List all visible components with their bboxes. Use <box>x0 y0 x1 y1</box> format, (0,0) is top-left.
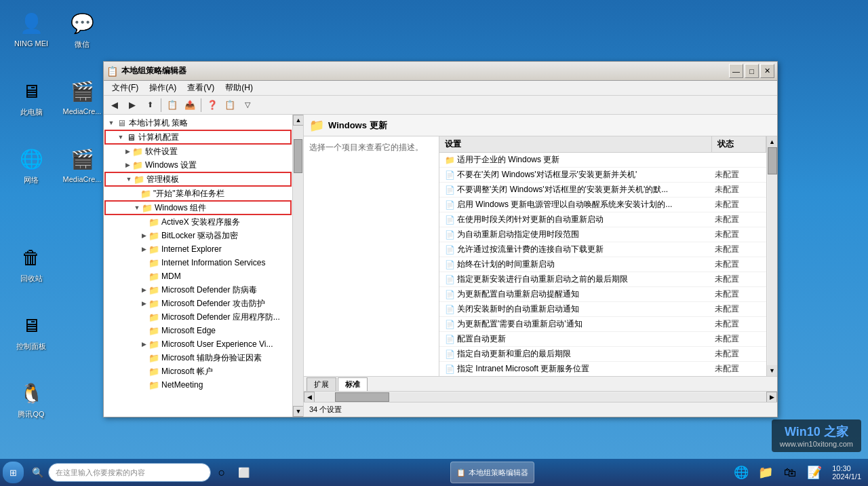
tab-expand[interactable]: 扩展 <box>307 377 336 391</box>
network-icon: 🌐 <box>18 145 45 172</box>
desktop-icon-control[interactable]: 🖥 控制面板 <box>7 309 56 354</box>
tree-ie[interactable]: ▶ 📁 Internet Explorer <box>104 242 292 256</box>
forward-button[interactable]: ▶ <box>124 98 140 113</box>
tree-defender1[interactable]: ▶ 📁 Microsoft Defender 防病毒 <box>104 283 292 297</box>
ningmei-icon: 👤 <box>18 10 45 37</box>
row3-icon: 📄 <box>445 200 454 210</box>
settings-row-4[interactable]: 📄 在使用时段关闭针对更新的自动重新启动 未配置 <box>439 212 766 227</box>
tree-scroll-thumb <box>294 139 302 173</box>
maximize-button[interactable]: □ <box>745 64 759 78</box>
wincomp-highlight: ▼ 📁 Windows 组件 <box>105 201 291 214</box>
h-scrollbar[interactable]: ◀ ▶ <box>304 391 777 402</box>
settings-row-1[interactable]: 📄 不要在'关闭 Windows'对话框显示'安装更新并关机' 未配置 <box>439 168 766 183</box>
scroll-up-arrow[interactable]: ▲ <box>767 136 778 147</box>
desktop-icon-mycomputer[interactable]: 🖥 此电脑 <box>7 75 56 120</box>
desktop-icon-qq[interactable]: 🐧 腾讯QQ <box>7 377 56 422</box>
tree-mdm[interactable]: 📁 MDM <box>104 269 292 283</box>
tree-fuyin[interactable]: 📁 Microsoft 辅助身份验证因素 <box>104 351 292 364</box>
status-text: 34 个设置 <box>309 405 342 415</box>
tree-scrollbar[interactable]: ▲ ▼ <box>292 115 303 417</box>
notes-icon[interactable]: 📝 <box>804 462 825 483</box>
help-btn[interactable]: ❓ <box>204 98 220 113</box>
ie-expand: ▶ <box>139 244 149 254</box>
tree-container[interactable]: ▼ 🖥 本地计算机 策略 ▼ 🖥 计算机配置 ▶ <box>104 115 292 417</box>
tree-iis[interactable]: 📁 Internet Information Services <box>104 256 292 269</box>
taskbar-search-icon[interactable]: 🔍 <box>26 462 48 483</box>
tree-msuser[interactable]: ▶ 📁 Microsoft User Experience Vi... <box>104 337 292 351</box>
settings-row-6[interactable]: 📄 允许通过按流量计费的连接自动下载更新 未配置 <box>439 242 766 257</box>
taskbar-editor-btn[interactable]: 📋 本地组策略编辑器 <box>450 462 534 483</box>
settings-row-2[interactable]: 📄 不要调整'关闭 Windows'对话框里的'安装更新并关机'的默... 未配… <box>439 183 766 198</box>
network-label: 网络 <box>24 175 39 185</box>
minimize-button[interactable]: — <box>729 64 743 78</box>
tree-bitlocker[interactable]: ▶ 📁 BitLocker 驱动器加密 <box>104 229 292 242</box>
store-icon[interactable]: 🛍 <box>779 462 801 483</box>
tree-wincomp[interactable]: ▼ 📁 Windows 组件 <box>105 201 291 214</box>
menu-action[interactable]: 操作(A) <box>144 81 182 95</box>
menu-help[interactable]: 帮助(H) <box>220 81 258 95</box>
tree-winset[interactable]: ▶ 📁 Windows 设置 <box>104 158 292 172</box>
close-button[interactable]: ✕ <box>760 64 774 78</box>
tree-kaishi[interactable]: 📁 "开始"菜单和任务栏 <box>104 187 292 200</box>
settings-name-11: 📄 为更新配置'需要自动重新启动'通知 <box>439 318 712 330</box>
view1-btn[interactable]: 📋 <box>222 98 238 113</box>
settings-name-8: 📄 指定更新安装进行自动重新启动之前的最后期限 <box>439 274 712 285</box>
tree-scroll-up[interactable]: ▲ <box>293 115 304 126</box>
explorer-icon[interactable]: 📁 <box>755 462 776 483</box>
desktop-icon-media1[interactable]: 🎬 MediaCre... <box>58 75 106 118</box>
settings-row-5[interactable]: 📄 为自动重新启动指定使用时段范围 未配置 <box>439 227 766 242</box>
scroll-down-arrow[interactable]: ▼ <box>767 365 778 376</box>
export-btn[interactable]: 📤 <box>182 98 198 113</box>
start-button[interactable]: ⊞ <box>3 462 24 483</box>
desktop-icon-ningmei[interactable]: 👤 NING MEI <box>7 7 56 50</box>
toolbar: ◀ ▶ ⬆ 📋 📤 ❓ 📋 ▽ <box>104 96 777 115</box>
tree-jisuanji[interactable]: ▼ 🖥 计算机配置 <box>105 130 291 144</box>
settings-row-14[interactable]: 📄 指定 Intranet Microsoft 更新服务位置 未配置 <box>439 362 766 376</box>
fuyin-icon: 📁 <box>149 352 159 363</box>
settings-row-13[interactable]: 📄 指定自动更新和重启的最后期限 未配置 <box>439 347 766 362</box>
settings-row-8[interactable]: 📄 指定更新安装进行自动重新启动之前的最后期限 未配置 <box>439 272 766 287</box>
settings-row-3[interactable]: 📄 启用 Windows 更新电源管理以自动唤醒系统来安装计划的... 未配置 <box>439 198 766 212</box>
scroll-thumb <box>768 147 777 174</box>
h-scroll-left[interactable]: ◀ <box>304 392 315 403</box>
show-hide-btn[interactable]: 📋 <box>164 98 180 113</box>
tree-activex[interactable]: 📁 ActiveX 安装程序服务 <box>104 215 292 229</box>
tree-defender2[interactable]: ▶ 📁 Microsoft Defender 攻击防护 <box>104 297 292 310</box>
tree-root[interactable]: ▼ 🖥 本地计算机 策略 <box>104 116 292 130</box>
desktop-icon-recycle[interactable]: 🗑 回收站 <box>7 241 56 286</box>
taskbar-cortana-icon[interactable]: ○ <box>211 462 233 483</box>
filter-btn[interactable]: ▽ <box>239 98 256 113</box>
tree-defender3[interactable]: 📁 Microsoft Defender 应用程序防... <box>104 310 292 324</box>
back-button[interactable]: ◀ <box>106 98 123 113</box>
desktop-icon-network[interactable]: 🌐 网络 <box>7 143 56 188</box>
settings-row-0[interactable]: 📁 适用于企业的 Windows 更新 <box>439 153 766 168</box>
settings-name-12: 📄 配置自动更新 <box>439 333 712 345</box>
menu-file[interactable]: 文件(F) <box>106 81 144 95</box>
settings-row-10[interactable]: 📄 关闭安装新时的自动重新启动通知 未配置 <box>439 302 766 317</box>
settings-row-11[interactable]: 📄 为更新配置'需要自动重新启动'通知 未配置 <box>439 317 766 332</box>
ie-taskbar-icon[interactable]: 🌐 <box>730 462 752 483</box>
desktop-icon-media2[interactable]: 🎬 MediaCre... <box>58 143 106 186</box>
tree-ruanjian[interactable]: ▶ 📁 软件设置 <box>104 145 292 158</box>
row5-icon: 📄 <box>445 230 454 240</box>
up-button[interactable]: ⬆ <box>142 98 158 113</box>
content-area: ▼ 🖥 本地计算机 策略 ▼ 🖥 计算机配置 ▶ <box>104 115 777 417</box>
settings-row-7[interactable]: 📄 始终在计划的时间重新启动 未配置 <box>439 257 766 272</box>
tree-guanli[interactable]: ▼ 📁 管理模板 <box>105 172 291 186</box>
settings-table[interactable]: 设置 状态 📁 适用于企业的 Windows 更新 <box>439 136 766 376</box>
settings-row-12[interactable]: 📄 配置自动更新 未配置 <box>439 332 766 347</box>
settings-row-9[interactable]: 📄 为更新配置自动重新启动提醒通知 未配置 <box>439 287 766 302</box>
tree-msaccount[interactable]: 📁 Microsoft 帐户 <box>104 364 292 378</box>
h-scroll-right[interactable]: ▶ <box>766 392 777 403</box>
iis-icon: 📁 <box>149 257 159 268</box>
taskbar-multitask-icon[interactable]: ⬜ <box>233 462 254 483</box>
tree-netmeeting[interactable]: 📁 NetMeeting <box>104 378 292 392</box>
tree-msedge[interactable]: 📁 Microsoft Edge <box>104 324 292 337</box>
right-scrollbar[interactable]: ▲ ▼ <box>766 136 777 376</box>
tab-standard[interactable]: 标准 <box>338 377 368 391</box>
guanli-highlight: ▼ 📁 管理模板 <box>105 172 291 186</box>
menu-view[interactable]: 查看(V) <box>182 81 220 95</box>
taskbar-search[interactable]: 在这里输入你要搜索的内容 <box>48 463 211 482</box>
tree-scroll-down[interactable]: ▼ <box>293 406 304 417</box>
desktop-icon-wechat[interactable]: 💬 微信 <box>58 7 106 52</box>
